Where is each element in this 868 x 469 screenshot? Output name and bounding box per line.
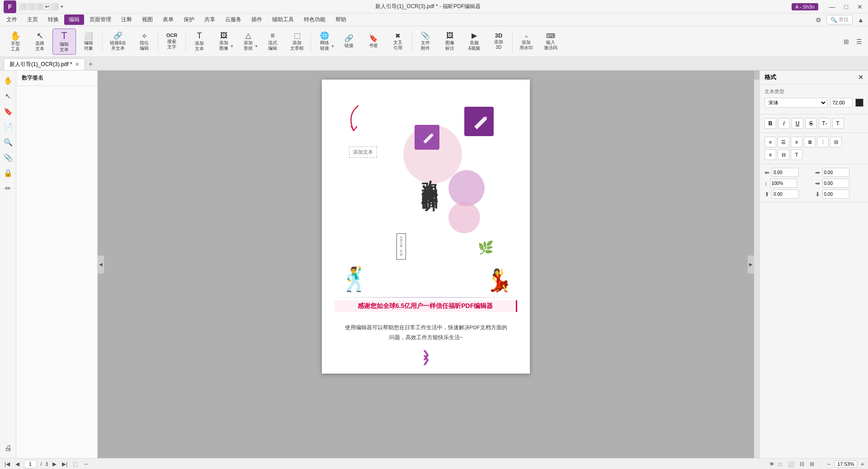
sidebar-hand-icon[interactable]: ✋: [2, 74, 14, 87]
network-link-btn[interactable]: 🌐 网络链接 ▼: [313, 28, 336, 55]
select-text-btn[interactable]: ↖ 选择文本: [28, 28, 52, 55]
menu-assist[interactable]: 辅助工具: [268, 14, 298, 25]
menu-share[interactable]: 共享: [200, 14, 220, 25]
edit-obj-btn[interactable]: ⬜ 编辑对象: [77, 28, 100, 55]
sidebar-lock-icon[interactable]: 🔒: [2, 166, 14, 179]
toolbar-btn-4[interactable]: ↩: [43, 3, 51, 10]
attach-file-btn[interactable]: 📎 文件附件: [414, 28, 437, 55]
menu-form[interactable]: 表单: [158, 14, 178, 25]
indent-list-btn[interactable]: ≡: [764, 149, 776, 160]
point-edit-btn[interactable]: ⟡ 指位编辑: [132, 28, 156, 55]
sidebar-search-icon[interactable]: 🔍: [2, 136, 14, 148]
menu-annotate[interactable]: 注释: [117, 14, 137, 25]
hand-tool-btn[interactable]: ✋ 手型工具: [4, 28, 27, 55]
align-left-btn[interactable]: ≡: [764, 137, 776, 147]
collapse-menu-icon[interactable]: ▲: [855, 14, 866, 25]
menu-view[interactable]: 视图: [137, 14, 157, 25]
underline-btn[interactable]: U: [792, 118, 803, 129]
after-spacing-input[interactable]: [822, 189, 849, 199]
menu-cloud[interactable]: 云服务: [221, 14, 246, 25]
scrollbar-thumb[interactable]: [754, 71, 760, 80]
align-right-btn[interactable]: ≡: [791, 137, 802, 147]
align-center-btn[interactable]: ☰: [778, 137, 789, 147]
zoom-input[interactable]: [835, 460, 857, 468]
add-shape-btn[interactable]: △ 添加形状 ▼: [236, 28, 260, 55]
active-tab[interactable]: 新人引导(1)_OCR(3).pdf * ✕: [4, 58, 85, 70]
right-scrollbar[interactable]: [754, 71, 760, 458]
add-3d-btn[interactable]: 3D 添加3D: [487, 28, 510, 55]
current-page-input[interactable]: [24, 460, 37, 468]
right-panel-close-btn[interactable]: ✕: [858, 74, 863, 81]
add-frame-btn[interactable]: ⬚ 添加文章框: [285, 28, 309, 55]
bookmark-btn[interactable]: 🔖 书签: [362, 28, 385, 55]
tab-close-btn[interactable]: ✕: [75, 62, 79, 67]
add-text-placeholder[interactable]: 添加文本: [349, 147, 377, 158]
font-family-select[interactable]: 宋体: [764, 98, 827, 108]
menu-special[interactable]: 特色功能: [299, 14, 330, 25]
last-page-btn[interactable]: ▶|: [61, 461, 68, 467]
image-mark-btn[interactable]: 🖼 图像标注: [438, 28, 462, 55]
ocr-activate-btn[interactable]: ⌨ 输入激活码: [539, 28, 562, 55]
italic-btn[interactable]: I: [778, 118, 790, 129]
two-page-btn[interactable]: ⬜: [787, 461, 795, 467]
list-view-btn[interactable]: ☰: [854, 36, 864, 47]
font-size-input[interactable]: [830, 98, 853, 108]
before-spacing-input[interactable]: [772, 189, 799, 199]
link-btn[interactable]: 🔗 链接: [337, 28, 361, 55]
menu-help[interactable]: 帮助: [331, 14, 351, 25]
right-spacing-input[interactable]: [822, 168, 849, 177]
menu-page-manage[interactable]: 页面管理: [85, 14, 116, 25]
toolbar-btn-1[interactable]: ⬜: [19, 3, 26, 10]
sidebar-select-icon[interactable]: ↖: [2, 90, 14, 102]
indent-spacing-input[interactable]: [822, 179, 849, 188]
flow-edit-btn[interactable]: ≡ 流式编辑: [261, 28, 284, 55]
menu-convert[interactable]: 转换: [43, 14, 63, 25]
bold-btn[interactable]: B: [764, 118, 776, 129]
indent-number-btn[interactable]: ⊟: [778, 149, 789, 160]
collapse-right-btn[interactable]: ▶: [748, 256, 754, 274]
single-page-btn[interactable]: □: [778, 461, 783, 467]
scroll-btn[interactable]: ⊟: [799, 461, 805, 467]
video-btn[interactable]: ▶ 音频&视频: [462, 28, 486, 55]
menu-plugin[interactable]: 插件: [247, 14, 267, 25]
menu-edit[interactable]: 编辑: [64, 14, 84, 25]
settings-icon[interactable]: ⚙: [813, 14, 824, 25]
text-size-btn[interactable]: T: [791, 149, 802, 160]
line-spacing-input[interactable]: [770, 179, 797, 188]
subscript-btn[interactable]: T-: [832, 118, 844, 129]
zoom-in-btn[interactable]: +: [861, 460, 864, 468]
close-icon[interactable]: ✕: [855, 3, 864, 10]
ocr-btn[interactable]: OCR 搜索文字: [160, 28, 184, 55]
next-page-btn[interactable]: ▶: [52, 461, 57, 467]
grid-view-btn[interactable]: ⊞: [841, 36, 852, 47]
align-justify-btn[interactable]: ≣: [804, 137, 816, 147]
first-page-btn[interactable]: |◀: [4, 461, 11, 467]
sidebar-bookmark-icon[interactable]: 🔖: [2, 105, 14, 118]
toolbar-btn-2[interactable]: ⬜: [27, 3, 34, 10]
zoom-out-btn[interactable]: −: [827, 460, 831, 468]
cross-ref-btn[interactable]: ✖ 文叉引用: [386, 28, 410, 55]
add-text-btn[interactable]: T 添加文本: [188, 28, 211, 55]
font-color-picker[interactable]: [855, 99, 863, 107]
toolbar-dropdown[interactable]: ▼: [60, 3, 64, 10]
align-distribute-btn[interactable]: ⋮: [817, 137, 829, 147]
left-spacing-input[interactable]: [772, 168, 799, 177]
collapse-left-btn[interactable]: ◀: [98, 256, 104, 274]
minimize-icon[interactable]: —: [827, 3, 837, 10]
toolbar-btn-5[interactable]: ⬜: [52, 3, 59, 10]
fit-page-btn[interactable]: ⬚: [72, 461, 79, 467]
sidebar-page-icon[interactable]: 📄: [2, 120, 14, 133]
menu-home[interactable]: 主页: [23, 14, 42, 25]
menu-file[interactable]: 文件: [2, 14, 22, 25]
menu-protect[interactable]: 保护: [179, 14, 199, 25]
sidebar-sign-icon[interactable]: ✏: [2, 182, 14, 194]
canvas-area[interactable]: ◀ 添加文本: [98, 71, 754, 458]
maximize-icon[interactable]: □: [843, 3, 850, 10]
sidebar-print-icon[interactable]: 🖨: [2, 442, 14, 455]
fit-width-btn[interactable]: ↔: [82, 461, 90, 467]
tab-add-btn[interactable]: +: [85, 58, 96, 70]
read-mode-btn[interactable]: ⊞: [809, 461, 815, 467]
add-image-btn[interactable]: 🖼 添加图像 ▼: [212, 28, 236, 55]
search-bar[interactable]: 🔍 查找: [826, 15, 853, 24]
toolbar-btn-3[interactable]: ⬜: [35, 3, 42, 10]
